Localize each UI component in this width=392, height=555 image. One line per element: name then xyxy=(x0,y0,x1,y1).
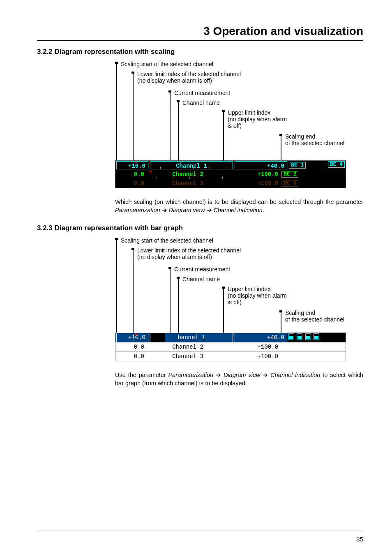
bar-icon xyxy=(314,333,319,340)
scaling-start-value: 0.0 xyxy=(115,170,147,179)
label: (no display when alarm is off) xyxy=(137,77,212,84)
scaling-end-value: +40.0 xyxy=(235,161,287,169)
text: Channel indication xyxy=(270,372,320,378)
label: Lower limit index of the selected channe… xyxy=(137,247,241,254)
paragraph-323: Use the parameter Parameterization ➔ Dia… xyxy=(115,371,363,387)
callout-scaling-start: Scaling start of the selected channel xyxy=(121,237,213,244)
scaling-start-value: +10.0 xyxy=(116,333,148,342)
label: of the selected channel xyxy=(285,140,344,146)
channel-name-cell: Channel 3 xyxy=(147,179,229,188)
scaling-end-value: +100.0 xyxy=(229,342,281,352)
chapter-title: 3 Operation and visualization xyxy=(37,25,363,38)
label: (no display when alarm is off) xyxy=(137,254,212,260)
callout-lower-limit: Lower limit index of the selected channe… xyxy=(137,71,241,84)
callout-current-measurement: Current measurement xyxy=(174,266,230,273)
paragraph-322: Which scaling (on which channel) is to b… xyxy=(115,198,363,214)
scaling-start-value: 0.0 xyxy=(115,179,147,188)
text: Use the parameter xyxy=(115,372,168,378)
text: Diagram view xyxy=(224,372,261,378)
scaling-end-value: +100.0 xyxy=(229,170,281,179)
scaling-start-value: +10.0 xyxy=(116,161,148,169)
bar-icon xyxy=(305,333,311,340)
callout-channel-name: Channel name xyxy=(182,99,220,106)
arrow-icon: ➔ xyxy=(216,372,221,378)
bar-icon xyxy=(297,333,302,340)
label: Channel 2 xyxy=(172,171,203,178)
label: Scaling end xyxy=(285,133,315,140)
text: Parameterization xyxy=(168,372,214,378)
diagram-scaling: Scaling start of the selected channel Lo… xyxy=(115,62,363,188)
bar-icon xyxy=(288,333,294,340)
scaling-start-value: 0.0 xyxy=(115,352,147,361)
callout-upper-limit: Upper limit index (no display when alarm… xyxy=(228,109,287,129)
footer-divider xyxy=(37,530,363,530)
callout-current-measurement: Current measurement xyxy=(174,90,230,96)
arrow-icon: ➔ xyxy=(263,372,268,378)
be-button-1[interactable]: BE 1 xyxy=(289,162,306,169)
diagram-bargraph: Scaling start of the selected channel Lo… xyxy=(115,238,363,361)
label: Upper limit index xyxy=(228,109,270,116)
label: hannel 1 xyxy=(178,334,205,341)
label: Channel 1 xyxy=(176,163,207,169)
text: Parameterization xyxy=(115,207,160,213)
scaling-end-value: +100.0 xyxy=(229,352,281,361)
text: Diagram view xyxy=(169,207,205,213)
be-button-4[interactable]: BE 4 xyxy=(328,161,345,168)
divider xyxy=(37,40,363,41)
label: of the selected channel xyxy=(285,316,344,323)
scaling-end-value: +100.0 xyxy=(229,179,281,188)
section-heading-322: 3.2.2 Diagram representation with scalin… xyxy=(37,48,363,56)
callout-channel-name: Channel name xyxy=(182,276,220,282)
channel-name-cell: Channel 3 xyxy=(147,352,229,361)
scaling-start-value: 0.0 xyxy=(115,342,147,352)
callout-lower-limit: Lower limit index of the selected channe… xyxy=(137,247,241,260)
section-heading-323: 3.2.3 Diagram representation with bar gr… xyxy=(37,224,363,232)
lcd-screenshot-scaling: +10.0 Channel 1 +40.0 BE 1 BE 4 0.0 Chan… xyxy=(115,160,346,188)
page-number: 35 xyxy=(356,536,363,543)
channel-name-cell: Channel 1 xyxy=(150,161,233,169)
label: Channel 3 xyxy=(172,180,203,187)
callout-scaling-start: Scaling start of the selected channel xyxy=(121,61,213,67)
arrow-icon: ➔ xyxy=(162,207,167,213)
label: Lower limit index of the selected channe… xyxy=(137,71,241,77)
scaling-end-value: +40.0 xyxy=(235,333,287,342)
be-button-3[interactable]: BE 3 xyxy=(281,180,298,187)
label: (no display when alarm xyxy=(228,116,287,123)
callout-scaling-end: Scaling end of the selected channel xyxy=(285,133,344,146)
label: Upper limit index xyxy=(228,286,270,292)
lcd-screenshot-bargraph: +10.0 hannel 1 +40.0 0.0 Channel 2 xyxy=(115,333,346,361)
label: Scaling end xyxy=(285,310,315,316)
channel-name-cell: Channel 2 xyxy=(147,170,229,179)
channel-name-cell: Channel 2 xyxy=(147,342,229,352)
text: Channel indication xyxy=(214,207,263,213)
arrow-icon: ➔ xyxy=(207,207,212,213)
label: (no display when alarm xyxy=(228,292,287,299)
be-button-2[interactable]: BE 2 xyxy=(281,171,298,178)
label: is off) xyxy=(228,123,242,129)
text: Which scaling (on which channel) is to b… xyxy=(115,199,363,205)
callout-upper-limit: Upper limit index (no display when alarm… xyxy=(228,286,287,305)
channel-name-cell: hannel 1 xyxy=(150,333,233,342)
callout-scaling-end: Scaling end of the selected channel xyxy=(285,310,344,323)
label: is off) xyxy=(228,299,242,305)
